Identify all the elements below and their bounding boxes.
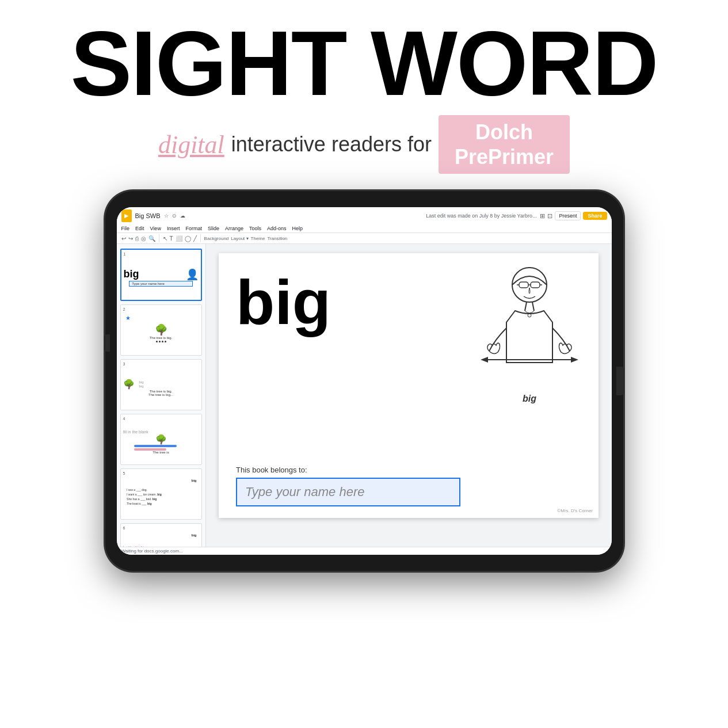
slides-top-bar: ▶ Big SWB ☆ ⊙ ☁ Last edit was made on Ju…: [117, 207, 612, 224]
slides-status-bar: Waiting for docs.google.com...: [117, 547, 612, 555]
toolbar-transition-btn[interactable]: Transition: [267, 236, 287, 241]
slide-thumbnail-2[interactable]: 2 ★ 🌳 The tree is big.: [120, 304, 202, 356]
slide-belongs-text: This book belongs to:: [236, 466, 581, 474]
svg-rect-1: [519, 282, 528, 288]
sign-language-figure: [478, 265, 581, 391]
share-button[interactable]: Share: [583, 212, 607, 220]
slides-toolbar-row: ↩ ↪ ⎙ ◎ 🔍 ↖ T ⬜ ◯ ╱ Background Layout ▾ …: [117, 232, 612, 243]
thumb-content-6: big but blue big big big b: [123, 531, 199, 547]
last-edit-text: Last edit was made on July 8 by Jessie Y…: [426, 213, 536, 219]
toolbar-background-btn[interactable]: Background: [204, 236, 229, 241]
slide-num-3: 3: [123, 362, 199, 366]
toolbar-print-icon[interactable]: ⎙: [135, 235, 139, 242]
toolbar-theme-btn[interactable]: Theme: [251, 236, 265, 241]
dolch-text-line1: Dolch: [455, 120, 554, 144]
toolbar-shape-icon[interactable]: ◯: [185, 235, 191, 242]
sign-word-label: big: [523, 394, 536, 404]
menu-addons[interactable]: Add-ons: [267, 226, 287, 231]
dolch-text-line2: PrePrimer: [455, 144, 554, 169]
slide-num-1: 1: [124, 252, 199, 256]
toolbar-undo-icon[interactable]: ↩: [121, 235, 126, 242]
dot-1: [156, 341, 158, 342]
toolbar-layout-btn[interactable]: Layout ▾: [231, 236, 248, 241]
tablet: ▶ Big SWB ☆ ⊙ ☁ Last edit was made on Ju…: [105, 191, 623, 571]
sign-language-area: big: [472, 265, 587, 414]
slide-thumbnail-4[interactable]: 4 fill in the blank 🌳 The tree is: [120, 414, 202, 465]
toolbar-redo-icon[interactable]: ↪: [128, 235, 133, 242]
slides-main-area: 1 big 👤 Type your name here 2: [117, 244, 612, 547]
slide-bottom-section: This book belongs to: Type your name her…: [236, 466, 581, 506]
toolbar-divider-1: [159, 234, 159, 242]
slide-name-input[interactable]: Type your name here: [236, 478, 460, 506]
slides-menu-bar: File Edit View Insert Format Slide Arran…: [117, 224, 612, 232]
menu-edit[interactable]: Edit: [135, 226, 144, 231]
dot-3: [162, 341, 163, 342]
svg-line-6: [525, 302, 527, 311]
thumb-tree-3: 🌳: [123, 379, 135, 390]
tablet-container: ▶ Big SWB ☆ ⊙ ☁ Last edit was made on Ju…: [0, 191, 728, 571]
thumb-grid-header-6: but blue big big: [123, 546, 146, 547]
slide-num-5: 5: [123, 471, 199, 475]
toolbar-paint-icon[interactable]: ◎: [141, 235, 146, 242]
tablet-home-button[interactable]: [616, 367, 624, 395]
thumb-content-3: 🌳 big big The tree is big. The tree is b…: [123, 367, 199, 407]
dot-2: [159, 341, 161, 342]
slide-content: big: [219, 253, 599, 518]
thumb-character-icon: 👤: [186, 268, 199, 281]
thumb-text-2: The tree is big.: [150, 336, 173, 340]
thumb-word-label-6: big: [192, 533, 197, 537]
menu-help[interactable]: Help: [292, 226, 303, 231]
thumb-fill-label-4: fill in the blank: [123, 430, 148, 434]
thumb-text-4: The tree is: [153, 451, 169, 454]
header-section: SIGHT WORD digital interactive readers f…: [0, 0, 728, 180]
thumb-bars-4: [134, 445, 187, 451]
dot-4: [165, 341, 166, 342]
toolbar-text-icon[interactable]: T: [170, 235, 173, 242]
thumb-word-label-5: big: [192, 479, 197, 482]
name-input-placeholder: Type your name here: [245, 485, 364, 499]
drive-icon: ⊙: [172, 213, 177, 219]
thumb-word-big: big: [124, 268, 139, 280]
main-title: SIGHT WORD: [23, 17, 705, 109]
thumb-label-big-3a: big: [139, 380, 144, 384]
menu-slide[interactable]: Slide: [208, 226, 219, 231]
toolbar-line-icon[interactable]: ╱: [193, 235, 197, 242]
slide-thumbnail-3[interactable]: 3 🌳 big big The tree is big. The tree is…: [120, 359, 202, 410]
toolbar-image-icon[interactable]: ⬜: [176, 235, 182, 242]
expand-icon: ⊡: [547, 212, 552, 220]
menu-view[interactable]: View: [150, 226, 161, 231]
svg-marker-11: [571, 357, 578, 363]
slide-thumbnail-1[interactable]: 1 big 👤 Type your name here: [120, 249, 202, 301]
thumb-text-3b: The tree is big...: [148, 393, 173, 397]
thumb-list-text-5: I see a ___ dog. I want a ___ ice cream.…: [127, 487, 195, 506]
slides-document-title[interactable]: Big SWB: [135, 212, 161, 219]
grid-icon: ⊞: [540, 212, 545, 220]
toolbar-cursor-icon[interactable]: ↖: [163, 235, 167, 242]
toolbar-divider-2: [200, 234, 201, 242]
subtitle-interactive: interactive readers for: [231, 132, 432, 157]
thumb-bar-4a: [134, 445, 177, 447]
menu-file[interactable]: File: [121, 226, 130, 231]
slide-num-6: 6: [123, 526, 199, 530]
present-button[interactable]: Present: [555, 211, 581, 220]
thumb-dots-2: [156, 341, 166, 342]
tablet-volume-button[interactable]: [104, 334, 110, 352]
slide-thumbnail-6[interactable]: 6 big but blue big big: [120, 523, 202, 547]
thumb-name-box[interactable]: Type your name here: [129, 281, 193, 287]
slide-num-2: 2: [123, 307, 199, 311]
slides-toolbar: ▶ Big SWB ☆ ⊙ ☁ Last edit was made on Ju…: [117, 207, 612, 244]
tablet-screen: ▶ Big SWB ☆ ⊙ ☁ Last edit was made on Ju…: [117, 207, 612, 555]
menu-tools[interactable]: Tools: [249, 226, 261, 231]
thumb-content-4: fill in the blank 🌳 The tree is: [123, 422, 199, 462]
slide-canvas: big: [219, 253, 599, 518]
menu-insert[interactable]: Insert: [167, 226, 180, 231]
svg-line-7: [532, 302, 534, 311]
menu-arrange[interactable]: Arrange: [225, 226, 243, 231]
toolbar-zoom-icon[interactable]: 🔍: [148, 235, 155, 242]
menu-format[interactable]: Format: [185, 226, 202, 231]
thumb-tree-4: 🌳: [155, 434, 167, 445]
slide-thumbnail-5[interactable]: 5 big I see a ___ dog. I want a ___ ice …: [120, 468, 202, 520]
thumb-tree-2: 🌳: [155, 323, 167, 336]
thumb-content-2: ★ 🌳 The tree is big.: [123, 312, 199, 353]
slide-copyright: ©Mrs. D's Corner: [557, 508, 593, 513]
